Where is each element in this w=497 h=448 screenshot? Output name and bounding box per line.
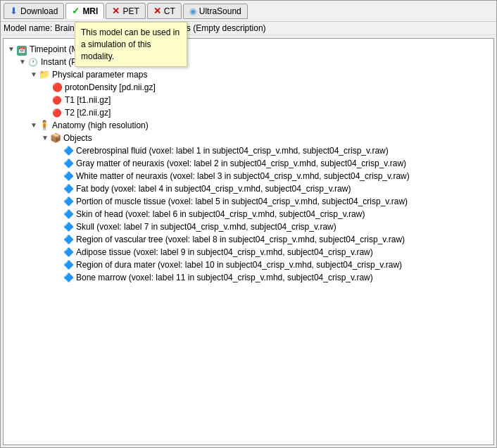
download-tab[interactable]: ⬇ Download <box>4 3 64 19</box>
tree-container: ▼ 📅 Timepoint (Mon D... 100 2012) ▼ 🕐 In… <box>6 42 491 285</box>
t1-row[interactable]: 🔴 T1 [t1.nii.gz] <box>6 94 491 106</box>
object-item-label: White matter of neuraxis (voxel: label 3… <box>76 171 410 181</box>
download-label: Download <box>20 6 58 16</box>
object-item-row[interactable]: 🔷 Cerebrospinal fluid (voxel: label 1 in… <box>6 144 491 157</box>
object-item-label: Skull (voxel: label 7 in subject04_crisp… <box>76 222 336 232</box>
proton-density-label: protonDensity [pd.nii.gz] <box>65 82 156 92</box>
object-item-row[interactable]: 🔷 Region of dura mater (voxel: label 10 … <box>6 259 491 271</box>
object-item-row[interactable]: 🔷 White matter of neuraxis (voxel: label… <box>6 170 491 182</box>
mri-tab[interactable]: ✓ MRI <box>65 3 104 19</box>
t1-label: T1 [t1.nii.gz] <box>65 95 111 105</box>
t2-file-icon: 🔴 <box>51 107 63 118</box>
object-item-row[interactable]: 🔷 Fat body (voxel: label 4 in subject04_… <box>6 182 491 195</box>
object-cube-icon: 🔷 <box>63 234 74 245</box>
clock-icon: 🕐 <box>27 56 39 68</box>
pet-label: PET <box>122 6 139 16</box>
anatomy-row[interactable]: ▼ 🧍 Anatomy (high resolution) <box>6 119 491 132</box>
proton-file-icon: 🔴 <box>51 82 63 93</box>
object-cube-icon: 🔷 <box>63 158 74 169</box>
object-item-label: Region of vascular tree (voxel: label 8 … <box>76 235 405 244</box>
main-window: ⬇ Download ✓ MRI ✕ PET ✕ CT ◉ UltraSound… <box>0 0 497 448</box>
object-cube-icon: 🔷 <box>63 272 74 283</box>
object-item-row[interactable]: 🔷 Gray matter of neuraxis (voxel: label … <box>6 157 491 170</box>
object-item-label: Fat body (voxel: label 4 in subject04_cr… <box>76 184 351 194</box>
calendar-icon: 📅 <box>16 44 27 55</box>
object-item-row[interactable]: 🔷 Skull (voxel: label 7 in subject04_cri… <box>6 220 491 233</box>
t2-label: T2 [t2.nii.gz] <box>65 108 111 118</box>
download-icon: ⬇ <box>10 6 18 16</box>
object-item-label: Bone marrow (voxel: label 11 in subject0… <box>76 273 373 282</box>
object-item-label: Gray matter of neuraxis (voxel: label 2 … <box>76 158 406 168</box>
object-item-label: Skin of head (voxel: label 6 in subject0… <box>76 209 365 219</box>
ultrasound-tab[interactable]: ◉ UltraSound <box>183 4 248 19</box>
object-items-container: 🔷 Cerebrospinal fluid (voxel: label 1 in… <box>6 144 491 284</box>
physical-maps-expand[interactable]: ▼ <box>29 70 39 80</box>
object-item-label: Cerebrospinal fluid (voxel: label 1 in s… <box>76 146 389 156</box>
object-cube-icon: 🔷 <box>63 196 74 207</box>
object-item-label: Adipose tissue (voxel: label 9 in subjec… <box>76 247 373 257</box>
folder-icon: 📁 <box>39 69 50 80</box>
tooltip-text: This model can be used in a simulation o… <box>81 27 180 61</box>
object-cube-icon: 🔷 <box>63 145 74 156</box>
objects-icon: 📦 <box>50 132 61 144</box>
object-item-row[interactable]: 🔷 Skin of head (voxel: label 6 in subjec… <box>6 208 491 220</box>
instant-expand[interactable]: ▼ <box>18 57 27 67</box>
ultrasound-label: UltraSound <box>199 6 241 16</box>
t1-file-icon: 🔴 <box>51 94 63 106</box>
objects-label: Objects <box>63 133 92 143</box>
anatomy-icon: 🧍 <box>39 120 50 131</box>
pet-tab[interactable]: ✕ PET <box>106 3 145 19</box>
object-item-row[interactable]: 🔷 Portion of muscle tissue (voxel: label… <box>6 195 491 208</box>
t2-row[interactable]: 🔴 T2 [t2.nii.gz] <box>6 106 491 119</box>
object-item-row[interactable]: 🔷 Adipose tissue (voxel: label 9 in subj… <box>6 246 491 259</box>
ultrasound-icon: ◉ <box>189 6 196 16</box>
content-area[interactable]: ▼ 📅 Timepoint (Mon D... 100 2012) ▼ 🕐 In… <box>3 38 494 445</box>
object-item-label: Region of dura mater (voxel: label 10 in… <box>76 260 402 270</box>
object-cube-icon: 🔷 <box>63 183 74 194</box>
object-cube-icon: 🔷 <box>63 209 74 220</box>
object-cube-icon: 🔷 <box>63 259 74 270</box>
tooltip-box: This model can be used in a simulation o… <box>75 22 187 67</box>
toolbar: ⬇ Download ✓ MRI ✕ PET ✕ CT ◉ UltraSound… <box>1 1 496 22</box>
mri-check-icon: ✓ <box>72 6 80 16</box>
objects-row[interactable]: ▼ 📦 Objects <box>6 132 491 144</box>
anatomy-expand[interactable]: ▼ <box>29 120 39 130</box>
object-item-label: Portion of muscle tissue (voxel: label 5… <box>76 197 408 206</box>
ct-tab[interactable]: ✕ CT <box>147 3 182 19</box>
anatomy-label: Anatomy (high resolution) <box>52 120 149 130</box>
pet-x-icon: ✕ <box>112 6 120 16</box>
ct-label: CT <box>164 6 175 16</box>
object-cube-icon: 🔷 <box>63 170 74 182</box>
ct-x-icon: ✕ <box>153 6 161 16</box>
timepoint-expand[interactable]: ▼ <box>6 44 16 54</box>
objects-expand[interactable]: ▼ <box>40 133 50 143</box>
proton-density-row[interactable]: 🔴 protonDensity [pd.nii.gz] <box>6 81 491 94</box>
object-cube-icon: 🔷 <box>63 221 74 232</box>
object-cube-icon: 🔷 <box>63 247 74 258</box>
physical-maps-row[interactable]: ▼ 📁 Physical parameter maps <box>6 68 491 81</box>
physical-maps-label: Physical parameter maps <box>52 70 147 80</box>
mri-label: MRI <box>82 6 98 16</box>
object-item-row[interactable]: 🔷 Bone marrow (voxel: label 11 in subjec… <box>6 271 491 284</box>
object-item-row[interactable]: 🔷 Region of vascular tree (voxel: label … <box>6 233 491 246</box>
